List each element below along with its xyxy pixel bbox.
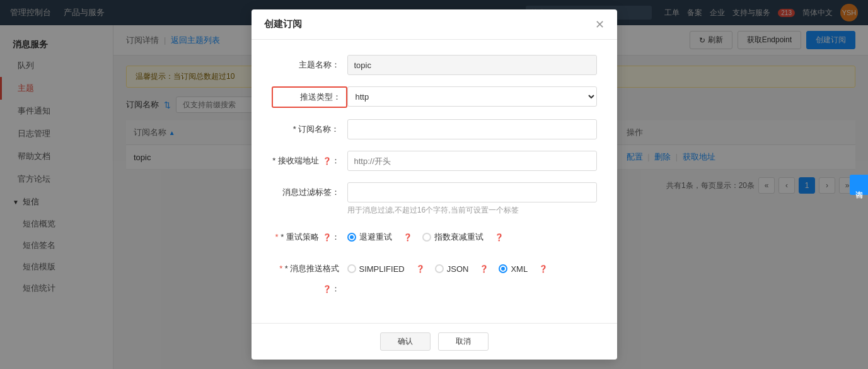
form-row-push-type: 推送类型： http queue email bbox=[272, 86, 597, 108]
format-xml-label: XML bbox=[511, 264, 528, 274]
topic-name-control bbox=[347, 55, 597, 75]
format-simplified-help[interactable]: ❓ bbox=[416, 265, 425, 273]
endpoint-label: * 接收端地址 ❓： bbox=[272, 151, 347, 171]
retry-exp-radio[interactable] bbox=[422, 233, 431, 242]
form-row-endpoint: * 接收端地址 ❓： bbox=[272, 151, 597, 171]
format-help-icon[interactable]: ❓ bbox=[323, 285, 332, 293]
endpoint-input[interactable] bbox=[347, 151, 597, 171]
format-json-label: JSON bbox=[447, 264, 469, 274]
modal-cancel-button[interactable]: 取消 bbox=[438, 332, 489, 351]
push-type-control: http queue email bbox=[347, 86, 597, 107]
topic-name-label: 主题名称： bbox=[272, 55, 347, 75]
push-type-label: 推送类型： bbox=[272, 86, 347, 108]
form-row-format: * * 消息推送格式 ❓： SIMPLIFIED ❓ JSON bbox=[272, 259, 597, 299]
form-row-retry: * * 重试策略 ❓： 退避重试 ❓ 指数衰减重试 ❓ bbox=[272, 227, 597, 247]
modal-footer: 确认 取消 bbox=[252, 323, 617, 360]
modal-title: 创建订阅 bbox=[264, 18, 302, 30]
filter-input[interactable] bbox=[347, 182, 597, 202]
format-simplified-label: SIMPLIFIED bbox=[359, 264, 405, 274]
modal-body: 主题名称： 推送类型： http queue email * 订阅名称 bbox=[252, 40, 617, 323]
retry-option-backoff[interactable]: 退避重试 bbox=[347, 231, 392, 243]
retry-control: 退避重试 ❓ 指数衰减重试 ❓ bbox=[347, 227, 597, 247]
modal-confirm-button[interactable]: 确认 bbox=[380, 332, 431, 351]
format-xml-radio[interactable] bbox=[499, 264, 507, 273]
retry-backoff-label: 退避重试 bbox=[359, 231, 392, 243]
sub-name-control bbox=[347, 119, 597, 139]
format-xml-help[interactable]: ❓ bbox=[539, 265, 548, 273]
retry-backoff-radio[interactable] bbox=[347, 233, 356, 242]
sub-name-label: * 订阅名称： bbox=[272, 119, 347, 139]
sub-name-input[interactable] bbox=[347, 119, 597, 139]
topic-name-input bbox=[347, 55, 597, 75]
retry-option-exponential[interactable]: 指数衰减重试 bbox=[422, 231, 483, 243]
format-control: SIMPLIFIED ❓ JSON ❓ XML ❓ bbox=[347, 259, 597, 279]
format-json-help[interactable]: ❓ bbox=[480, 265, 489, 273]
format-option-simplified[interactable]: SIMPLIFIED bbox=[347, 264, 405, 274]
side-hint[interactable]: 咨询 bbox=[850, 175, 868, 195]
retry-exp-help[interactable]: ❓ bbox=[495, 233, 504, 242]
format-option-json[interactable]: JSON bbox=[435, 264, 469, 274]
filter-label: 消息过滤标签： bbox=[272, 182, 347, 202]
form-row-filter: 消息过滤标签： 用于消息过滤,不超过16个字符,当前可设置一个标签 bbox=[272, 182, 597, 216]
format-label: * * 消息推送格式 ❓： bbox=[272, 259, 347, 299]
modal-header: 创建订阅 ✕ bbox=[252, 9, 617, 40]
format-json-radio[interactable] bbox=[435, 264, 444, 273]
format-option-xml[interactable]: XML bbox=[499, 264, 528, 274]
modal-overlay: 创建订阅 ✕ 主题名称： 推送类型： http queue email bbox=[0, 0, 868, 369]
format-radio-group: SIMPLIFIED ❓ JSON ❓ XML ❓ bbox=[347, 259, 597, 279]
endpoint-help-icon[interactable]: ❓ bbox=[323, 157, 332, 165]
form-row-sub-name: * 订阅名称： bbox=[272, 119, 597, 139]
form-row-topic-name: 主题名称： bbox=[272, 55, 597, 75]
filter-control: 用于消息过滤,不超过16个字符,当前可设置一个标签 bbox=[347, 182, 597, 216]
retry-label: * * 重试策略 ❓： bbox=[272, 227, 347, 247]
endpoint-control bbox=[347, 151, 597, 171]
retry-backoff-help[interactable]: ❓ bbox=[403, 233, 412, 242]
retry-help-icon[interactable]: ❓ bbox=[323, 233, 332, 241]
format-simplified-radio[interactable] bbox=[347, 264, 356, 273]
filter-hint: 用于消息过滤,不超过16个字符,当前可设置一个标签 bbox=[347, 205, 597, 216]
modal-close-button[interactable]: ✕ bbox=[595, 19, 605, 30]
retry-exp-label: 指数衰减重试 bbox=[434, 231, 483, 243]
create-subscription-modal: 创建订阅 ✕ 主题名称： 推送类型： http queue email bbox=[252, 9, 617, 360]
retry-radio-group: 退避重试 ❓ 指数衰减重试 ❓ bbox=[347, 227, 597, 247]
push-type-select[interactable]: http queue email bbox=[347, 86, 597, 107]
